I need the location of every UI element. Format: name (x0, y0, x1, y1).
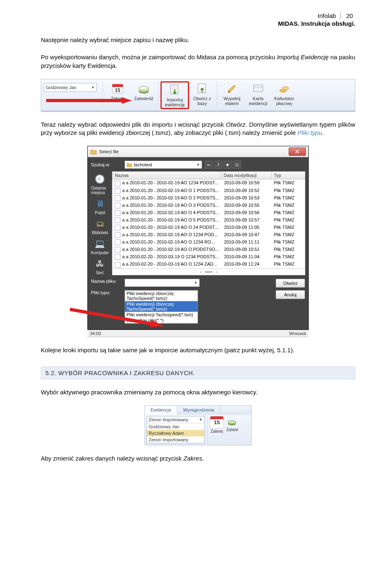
otworz-z-bazy-button[interactable]: Otwórz z bazy (189, 81, 215, 107)
background-strip: 34:00 Wniosek (87, 330, 309, 337)
lookin-select[interactable]: tachotest ▼ (125, 161, 202, 169)
file-row[interactable]: a a 2010-01-20 - 2010-02-19 AO O 3 PODST… (112, 202, 305, 209)
up-icon[interactable]: ⤴ (214, 161, 222, 169)
file-row[interactable]: a a 2010-02-20 - 2010-03-19 AO O 1234 ZA… (112, 261, 305, 268)
views-icon[interactable]: ☷ (233, 161, 241, 169)
file-row[interactable]: a a 2010-02-20 - 2010-03-19 O 1234 PODST… (112, 253, 305, 261)
file-row[interactable]: a a 2010-01-20 - 2010-02-19 AO O 24 PODS… (112, 224, 305, 231)
zakres-button[interactable]: Zakres (211, 429, 223, 434)
svg-point-5 (139, 86, 149, 90)
open-db-icon (196, 82, 209, 95)
libraries-icon: 🗂 (93, 217, 107, 230)
svg-rect-1 (112, 84, 123, 87)
section-heading: 5.2. WYBÓR PRACOWNIKA I ZAKRESU DANYCH. (41, 367, 355, 379)
import-icon (168, 83, 181, 96)
file-row[interactable]: a a 2010-01-20 - 2010-02-19 AO 1234 PODS… (112, 179, 305, 187)
wypelnij-etatem-button[interactable]: Wypełnij etatem (219, 81, 245, 107)
svg-rect-11 (254, 85, 263, 92)
driver-dropdown[interactable]: Zenon Importowany ▼ Godzinowy Jan Ryczał… (147, 416, 205, 443)
back-icon[interactable]: ⇐ (205, 161, 213, 169)
importuj-ewidencje-button[interactable]: Importuj ewidencję (160, 81, 189, 109)
doc-title: MIDAS. Instrukcja obsługi. (278, 20, 355, 27)
sidebar-recent[interactable]: 🕘 Ostatnie miejsca (91, 173, 109, 195)
sidebar-desktop[interactable]: 🖥 Pulpit (93, 197, 107, 215)
annotation-arrow-icon (46, 96, 133, 105)
chevron-down-icon: ▼ (196, 163, 200, 167)
file-row[interactable]: a a 2010-01-20 - 2010-02-19 AO O 1234 RO… (112, 239, 305, 246)
header-label: Infolab (318, 12, 339, 19)
tab-wynagrodzenia[interactable]: Wynagrodzenia (177, 406, 220, 414)
page-number: 20 (340, 12, 355, 19)
card-icon (252, 82, 265, 95)
driver-select[interactable]: Godzinowy Jan ▼ (44, 83, 97, 92)
recent-icon: 🕘 (93, 173, 107, 185)
chevron-down-icon: ▼ (199, 418, 203, 422)
paragraph-6: Aby zmienić zakres danych należy wcisnąć… (41, 454, 355, 463)
paragraph-1: Następnie należy wybrać miejsce zapisu i… (41, 36, 355, 44)
col-date[interactable]: Data modyfikacji (221, 172, 272, 179)
dialog-nav-buttons: ⇐ ⤴ ✚ ☷ (205, 161, 241, 169)
computer-icon: 💻 (93, 237, 107, 250)
zatwierdz-button[interactable]: Zatwierdź (131, 81, 157, 102)
paragraph-5: Wybór aktywnego pracownika zmieniamy za … (41, 388, 355, 396)
folder-icon (127, 162, 132, 167)
filetype-label: Pliki typu: (91, 290, 122, 295)
new-folder-icon[interactable]: ✚ (223, 161, 232, 169)
paragraph-3: Teraz należy wybrać odpowiedni plik do i… (41, 121, 355, 137)
file-row[interactable]: a a 2010-01-20 - 2010-02-19 AO O 5 PODST… (112, 217, 305, 224)
ribbon-toolbar: Godzinowy Jan ▼ 15 Zakres Zatwierdź Impo… (41, 79, 355, 112)
col-type[interactable]: Typ (272, 172, 305, 179)
file-row[interactable]: a a 2010-01-20 - 2010-02-19 AO O PODSTSO… (112, 246, 305, 253)
svg-text:15: 15 (115, 87, 120, 93)
file-open-dialog: Select file Szukaj w: tachotest ▼ ⇐ ⤴ (87, 146, 309, 329)
karta-ewidencji-button[interactable]: Karta ewidencji (245, 81, 271, 107)
lookin-label: Szukaj w: (91, 162, 122, 167)
tab-ewidencja[interactable]: Ewidencja (145, 406, 177, 414)
svg-rect-17 (46, 99, 122, 102)
file-row[interactable]: a a 2010-01-20 - 2010-02-19 AO O 2 PODST… (112, 195, 305, 202)
calendar-icon: 15 (111, 82, 124, 95)
paragraph-4: Kolejne kroki importu są takie same jak … (41, 346, 355, 354)
filename-label: Nazwa pliku: (91, 279, 122, 284)
coins-icon (278, 82, 291, 95)
network-icon: 🖧 (93, 257, 107, 270)
calendar-icon: 15 (210, 416, 224, 428)
kalkulator-placowy-button[interactable]: Kalkulator płacowy (271, 81, 297, 107)
folder-icon (90, 148, 97, 155)
mini-tabs-ui: Ewidencja Wynagrodzenia Zenon Importowan… (145, 405, 252, 445)
chevron-down-icon: ▼ (194, 281, 198, 285)
desktop-icon: 🖥 (93, 197, 107, 210)
file-row[interactable]: a a 2010-01-20 - 2010-02-19 AO O 1 PODST… (112, 187, 305, 195)
paragraph-2: Po wyeksportowaniu danych, można je zaim… (41, 53, 355, 70)
zatwierdz-button[interactable]: Zatwie (226, 427, 238, 432)
cancel-button[interactable]: Anuluj (276, 290, 305, 299)
scrollbar[interactable]: ‹ ━━━ › (112, 268, 305, 275)
file-row[interactable]: a a 2010-01-20 - 2010-02-19 AO O 1234 PO… (112, 231, 305, 239)
disk-icon (137, 82, 150, 95)
sidebar-libraries[interactable]: 🗂 Biblioteki (92, 217, 108, 235)
disk-icon (227, 416, 238, 427)
close-button[interactable] (289, 148, 306, 156)
dialog-titlebar: Select file (88, 146, 308, 157)
file-list: Nazwa Data modyfikacji Typ a a 2010-01-2… (112, 171, 305, 275)
svg-point-16 (282, 87, 289, 90)
pencil-icon (225, 82, 238, 95)
sidebar-computer[interactable]: 💻 Komputer (91, 237, 109, 255)
filename-input[interactable]: ▼ (125, 279, 200, 287)
open-button[interactable]: Otwórz (276, 279, 305, 288)
sidebar-network[interactable]: 🖧 Sieć (93, 257, 107, 275)
dialog-sidebar: 🕘 Ostatnie miejsca 🖥 Pulpit 🗂 Biblioteki… (91, 171, 109, 275)
chevron-down-icon: ▼ (91, 85, 95, 89)
file-row[interactable]: a a 2010-01-20 - 2010-02-19 AO O 4 PODST… (112, 209, 305, 217)
col-name[interactable]: Nazwa (112, 172, 221, 179)
svg-point-20 (228, 420, 236, 424)
